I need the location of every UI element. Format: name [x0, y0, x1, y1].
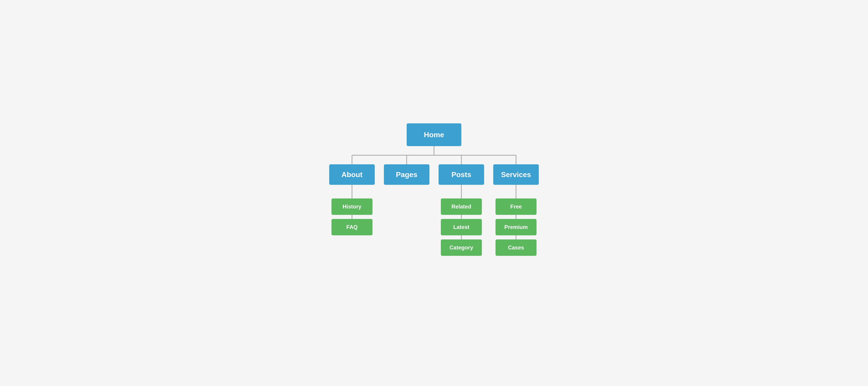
root-node: Home	[407, 124, 461, 146]
l1-node-pages: Pages	[384, 164, 429, 185]
l2-node-faq: FAQ	[332, 219, 372, 235]
l2-node-related: Related	[441, 199, 482, 215]
l2-node-history: History	[332, 199, 372, 215]
l2-node-latest: Latest	[441, 219, 482, 235]
l2-node-free: Free	[496, 199, 536, 215]
l1-node-about: About	[329, 164, 375, 185]
l2-node-cases: Cases	[496, 239, 536, 256]
l1-node-services: Services	[493, 164, 539, 185]
tree-container: HomeAboutHistoryFAQPagesPostsRelatedLate…	[275, 116, 593, 270]
l2-node-premium: Premium	[496, 219, 536, 235]
nodes-layer: HomeAboutHistoryFAQPagesPostsRelatedLate…	[306, 116, 562, 270]
site-map-diagram: HomeAboutHistoryFAQPagesPostsRelatedLate…	[306, 116, 562, 270]
l1-node-posts: Posts	[439, 164, 484, 185]
l2-node-category: Category	[441, 239, 482, 256]
